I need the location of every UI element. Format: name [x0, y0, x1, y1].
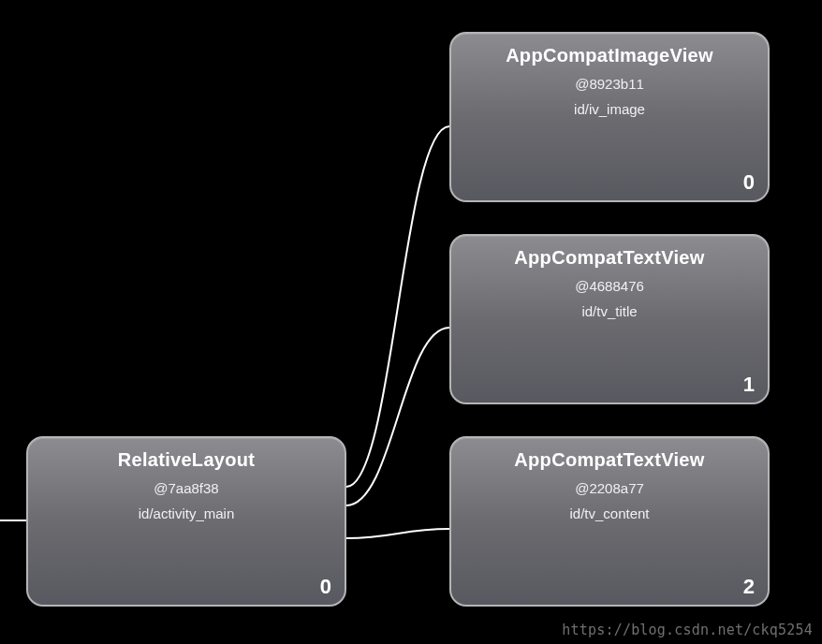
edge-to-child-1: [346, 328, 449, 505]
node-root[interactable]: RelativeLayout @7aa8f38 id/activity_main…: [26, 436, 346, 607]
edge-stub: [0, 520, 26, 521]
node-hash: @2208a77: [451, 480, 768, 496]
node-index: 2: [743, 575, 755, 599]
node-child-0[interactable]: AppCompatImageView @8923b11 id/iv_image …: [449, 32, 770, 202]
node-id: id/activity_main: [28, 505, 345, 521]
node-id: id/iv_image: [451, 101, 768, 117]
watermark-text: https://blog.csdn.net/ckq5254: [562, 622, 813, 638]
node-hash: @4688476: [451, 278, 768, 294]
node-title: AppCompatImageView: [451, 34, 768, 66]
node-index: 1: [743, 373, 755, 397]
edge-to-child-0: [346, 126, 449, 487]
edge-to-child-2: [346, 529, 449, 538]
node-hash: @7aa8f38: [28, 480, 345, 496]
node-id: id/tv_title: [451, 303, 768, 319]
node-child-1[interactable]: AppCompatTextView @4688476 id/tv_title 1: [449, 234, 770, 404]
node-title: RelativeLayout: [28, 438, 345, 471]
node-child-2[interactable]: AppCompatTextView @2208a77 id/tv_content…: [449, 436, 770, 607]
node-id: id/tv_content: [451, 505, 768, 521]
node-index: 0: [743, 170, 755, 195]
node-title: AppCompatTextView: [451, 438, 768, 471]
node-title: AppCompatTextView: [451, 236, 768, 269]
node-hash: @8923b11: [451, 76, 768, 92]
diagram-stage: RelativeLayout @7aa8f38 id/activity_main…: [0, 0, 822, 644]
node-index: 0: [320, 575, 331, 599]
